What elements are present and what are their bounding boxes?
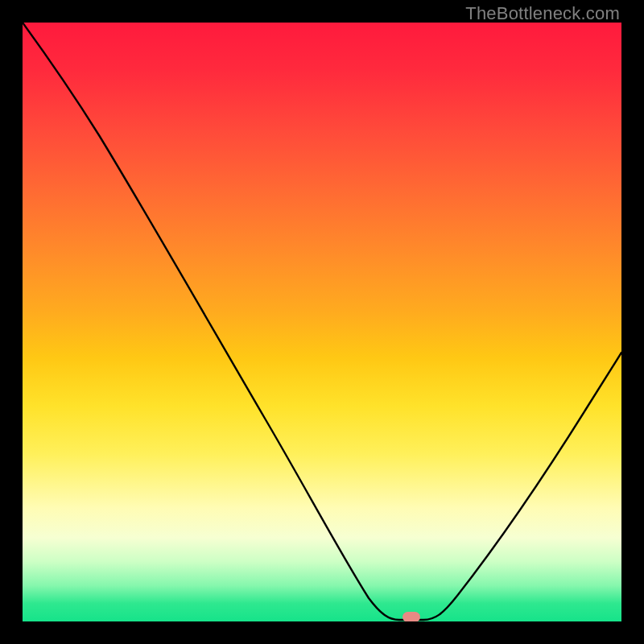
- watermark-text: TheBottleneck.com: [465, 3, 620, 24]
- plot-area: [23, 23, 621, 621]
- bottleneck-curve: [23, 23, 621, 621]
- chart-frame: TheBottleneck.com: [0, 0, 644, 644]
- optimal-point-marker: [402, 612, 420, 621]
